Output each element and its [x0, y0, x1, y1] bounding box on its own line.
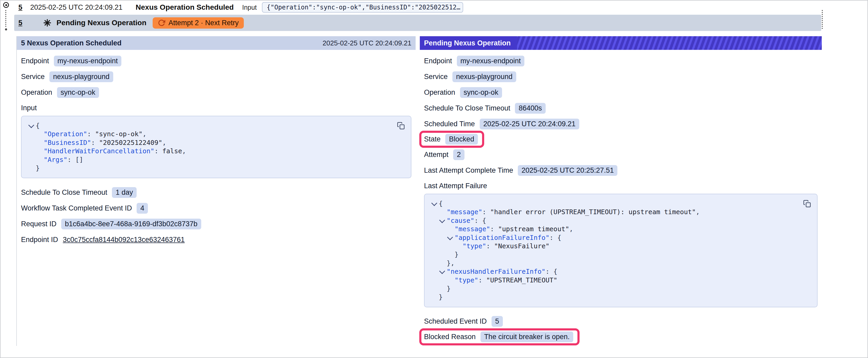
code-token: : {: [546, 268, 557, 275]
code-token: }: [431, 293, 443, 301]
pending-title: Pending Nexus Operation: [57, 19, 146, 27]
code-token: [28, 130, 43, 138]
field-row-scheduled-time: Scheduled Time2025-02-25 UTC 20:24:09.21: [424, 116, 817, 132]
field-value: 5: [492, 316, 503, 327]
code-token: "message": [446, 208, 482, 216]
field-value: The circuit breaker is open.: [480, 331, 574, 342]
field-row-endpoint: Endpointmy-nexus-endpoint: [21, 53, 411, 69]
code-token: "message": [455, 225, 490, 233]
panel-title: 5 Nexus Operation Scheduled: [21, 39, 122, 47]
code-token: [431, 276, 455, 284]
code-token: []: [75, 156, 83, 164]
code-line: {: [28, 122, 405, 130]
code-token: "Operation": [43, 130, 87, 138]
field-value: b1c6a4bc-8ee7-468a-9169-df3b02c8737b: [61, 219, 201, 229]
pending-event-id-link[interactable]: 5: [19, 19, 22, 27]
field-inner: Last Attempt Complete Time2025-02-25 UTC…: [424, 165, 617, 176]
copy-button[interactable]: [395, 120, 407, 131]
history-row-pending[interactable]: 5 Pending Nexus Operation Attempt 2 · Ne…: [14, 15, 821, 31]
field-label: Attempt: [424, 151, 448, 159]
code-token: : {: [549, 234, 561, 241]
copy-icon: [803, 200, 811, 207]
field-row-operation: Operationsync-op-ok: [21, 85, 411, 100]
code-token: ,: [162, 139, 166, 147]
field-label: Blocked Reason: [424, 333, 476, 341]
code-token: [431, 217, 439, 224]
field-value: Blocked: [445, 134, 478, 144]
code-token: "BusinessID": [43, 139, 91, 147]
code-token: "type": [455, 276, 478, 284]
copy-button[interactable]: [801, 198, 813, 209]
field-label: Service: [21, 73, 45, 81]
field-inner: Operationsync-op-ok: [424, 87, 502, 98]
code-line: "BusinessID": "20250225122409",: [28, 138, 405, 147]
code-token: :: [478, 276, 486, 284]
collapse-chevron-icon[interactable]: [446, 235, 455, 240]
collapse-chevron-icon[interactable]: [431, 200, 439, 206]
field-value: 2025-02-25 UTC 20:24:09.21: [480, 119, 579, 129]
field-row-last-attempt-complete-time: Last Attempt Complete Time2025-02-25 UTC…: [424, 162, 817, 178]
code-token: ,: [569, 225, 573, 233]
code-token: [28, 139, 43, 147]
failure-json-block: { "message": "handler error (UPSTREAM_TI…: [424, 194, 817, 307]
field-inner: Endpointmy-nexus-endpoint: [424, 56, 524, 66]
field-row-blocked-reason: Blocked ReasonThe circuit breaker is ope…: [424, 328, 817, 346]
code-token: :: [154, 147, 162, 155]
code-line: "applicationFailureInfo": {: [431, 234, 811, 242]
app-root: 5 2025-02-25 UTC 20:24:09.21 Nexus Opera…: [0, 0, 868, 358]
pending-operation-icon: [43, 19, 51, 27]
field-label: Last Attempt Complete Time: [424, 166, 513, 174]
copy-icon: [397, 122, 405, 130]
annotation-highlight-box: Blocked ReasonThe circuit breaker is ope…: [419, 328, 580, 346]
field-inner: Servicenexus-playground: [424, 71, 516, 82]
event-history-rail: [1, 1, 14, 33]
field-label: Workflow Task Completed Event ID: [21, 204, 132, 212]
code-line: },: [431, 259, 811, 267]
code-line: }: [431, 250, 811, 259]
field-inner: Servicenexus-playground: [21, 71, 113, 82]
event-detail-panel: 5 Nexus Operation Scheduled 2025-02-25 U…: [16, 36, 415, 346]
field-label: Scheduled Event ID: [424, 317, 487, 325]
field-row-schedule-to-close-timeout: Schedule To Close Timeout86400s: [424, 100, 817, 116]
field-inner: Request IDb1c6a4bc-8ee7-468a-9169-df3b02…: [21, 219, 201, 229]
field-inner: Scheduled Time2025-02-25 UTC 20:24:09.21: [424, 119, 579, 129]
field-inner: Schedule To Close Timeout86400s: [424, 103, 546, 113]
code-line: "type": "NexusFailure": [431, 242, 811, 250]
field-label: State: [424, 135, 440, 143]
field-inner: Schedule To Close Timeout1 day: [21, 187, 136, 198]
code-token: "20250225122409": [99, 139, 162, 147]
field-row-attempt: Attempt2: [424, 147, 817, 162]
code-token: false: [162, 147, 182, 155]
code-line: "Args": []: [28, 156, 405, 164]
field-row-scheduled-event-id: Scheduled Event ID5: [424, 314, 817, 329]
code-line: "HandlerWaitForCancellation": false,: [28, 147, 405, 155]
code-token: "NexusFailure": [494, 242, 550, 250]
input-json-block: { "Operation": "sync-op-ok", "BusinessID…: [21, 116, 411, 178]
retry-badge-label: Attempt 2 · Next Retry: [168, 19, 239, 27]
collapse-chevron-icon[interactable]: [439, 218, 446, 223]
code-token: "applicationFailureInfo": [455, 234, 549, 241]
field-label: Service: [424, 73, 448, 81]
field-value: 2: [453, 149, 464, 160]
retry-badge: Attempt 2 · Next Retry: [153, 17, 244, 29]
field-label: Endpoint: [424, 57, 452, 65]
event-detail-fields-bottom: Schedule To Close Timeout1 dayWorkflow T…: [21, 185, 411, 248]
field-value[interactable]: 3c0c75ccfa8144b092c13ce632463761: [63, 236, 185, 244]
field-row-operation: Operationsync-op-ok: [424, 85, 817, 100]
code-token: }: [431, 285, 451, 292]
field-row-schedule-to-close-timeout: Schedule To Close Timeout1 day: [21, 185, 411, 200]
field-value: 2025-02-25 UTC 20:25:27.51: [518, 165, 617, 176]
field-label: Operation: [424, 89, 455, 97]
code-token: [431, 225, 455, 233]
code-token: "HandlerWaitForCancellation": [43, 147, 154, 155]
code-token: }: [28, 164, 40, 172]
field-label: Scheduled Time: [424, 120, 475, 128]
collapse-chevron-icon[interactable]: [439, 268, 446, 274]
event-id-link[interactable]: 5: [19, 3, 22, 11]
field-inner: Endpoint ID3c0c75ccfa8144b092c13ce632463…: [21, 236, 185, 244]
field-inner: Workflow Task Completed Event ID4: [21, 203, 148, 214]
collapse-chevron-icon[interactable]: [28, 123, 36, 128]
pending-operation-panel: Pending Nexus Operation Endpointmy-nexus…: [420, 36, 822, 346]
field-row-endpoint-id: Endpoint ID3c0c75ccfa8144b092c13ce632463…: [21, 232, 411, 248]
history-row-scheduled[interactable]: 5 2025-02-25 UTC 20:24:09.21 Nexus Opera…: [14, 1, 821, 14]
